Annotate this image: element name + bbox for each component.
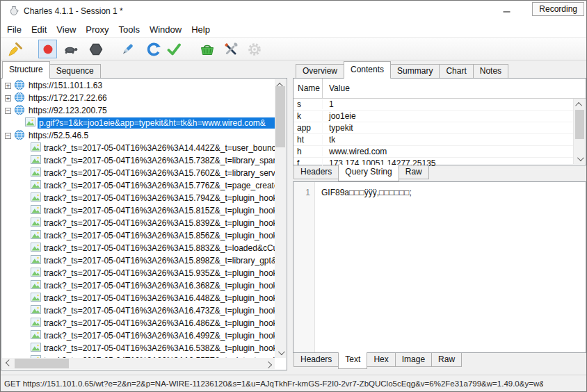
tree-host-row[interactable]: + https://151.101.1.63 <box>2 79 275 92</box>
body-tab-hex[interactable]: Hex <box>367 353 395 367</box>
throttle-button[interactable] <box>61 40 80 58</box>
query-tab-raw[interactable]: Raw <box>399 165 429 179</box>
tree-request-row[interactable]: track?_ts=2017-05-04T16%3A26%3A15.776Z&_… <box>2 179 275 192</box>
tree-request-row[interactable]: track?_ts=2017-05-04T16%3A26%3A15.839Z&_… <box>2 217 275 229</box>
tree-host-row[interactable]: − https://52.5.46.5 <box>2 129 275 142</box>
tab-chart[interactable]: Chart <box>439 64 473 78</box>
tree-host-row[interactable]: − https://92.123.200.75 <box>2 104 275 117</box>
scroll-left-button[interactable] <box>2 358 13 369</box>
image-icon <box>31 218 41 229</box>
validate-button[interactable] <box>164 40 183 58</box>
tree-request-row[interactable]: track?_ts=2017-05-04T16%3A26%3A15.760Z&_… <box>2 167 275 179</box>
body-tab-raw[interactable]: Raw <box>431 353 462 367</box>
scroll-down-button[interactable] <box>275 347 286 358</box>
table-row[interactable]: hwww.wired.com <box>294 146 574 158</box>
tree-request-row[interactable]: track?_ts=2017-05-04T16%3A26%3A15.815Z&_… <box>2 204 275 217</box>
tools-button[interactable] <box>221 40 240 58</box>
menu-help[interactable]: Help <box>186 23 215 36</box>
tree-item-label: track?_ts=2017-05-04T16%3A26%3A16.499Z&_… <box>44 331 275 341</box>
body-tab-headers[interactable]: Headers <box>294 353 339 367</box>
image-icon <box>31 305 41 314</box>
broom-icon <box>7 41 24 58</box>
collapse-icon[interactable]: − <box>5 108 11 114</box>
tree-request-row[interactable]: track?_ts=2017-05-04T16%3A26%3A15.738Z&_… <box>2 154 275 167</box>
menu-file[interactable]: File <box>2 23 26 36</box>
tree-item-label: track?_ts=2017-05-04T16%3A26%3A15.760Z&_… <box>44 168 275 178</box>
status-request-url: GET https://151.101.0.65/wt?e=2&n=2&p=NA… <box>4 375 543 392</box>
tree-request-row[interactable]: track?_ts=2017-05-04T16%3A26%3A16.368Z&_… <box>2 279 275 292</box>
basket-icon <box>199 41 216 58</box>
tree-request-row[interactable]: track?_ts=2017-05-04T16%3A26%3A15.794Z&_… <box>2 192 275 204</box>
param-value: tk <box>323 135 335 145</box>
expand-icon[interactable]: + <box>5 83 11 89</box>
clear-session-button[interactable] <box>6 40 24 58</box>
query-tab-query-string[interactable]: Query String <box>338 165 399 181</box>
expand-icon[interactable]: + <box>5 95 11 101</box>
query-tab-headers[interactable]: Headers <box>294 165 339 179</box>
tree-host-row[interactable]: + https://172.217.22.66 <box>2 92 275 104</box>
image-icon <box>31 330 41 339</box>
image-icon <box>31 205 41 216</box>
tree-request-row[interactable]: track?_ts=2017-05-04T16%3A26%3A15.935Z&_… <box>2 267 275 279</box>
tree-request-row[interactable]: track?_ts=2017-05-04T16%3A26%3A16.499Z&_… <box>2 329 275 342</box>
tree-request-row[interactable]: track?_ts=2017-05-04T16%3A26%3A15.898Z&_… <box>2 254 275 267</box>
tree-request-row[interactable]: track?_ts=2017-05-04T16%3A26%3A16.486Z&_… <box>2 317 275 329</box>
tree-vertical-scrollbar[interactable] <box>275 79 286 358</box>
repeat-button[interactable] <box>144 40 163 58</box>
menu-window[interactable]: Window <box>145 23 186 36</box>
tab-contents[interactable]: Contents <box>344 61 391 79</box>
tree-horizontal-scrollbar[interactable] <box>2 358 275 369</box>
image-icon <box>31 155 41 166</box>
shop-button[interactable] <box>198 40 216 58</box>
table-row[interactable]: httk <box>294 134 574 146</box>
body-tab-image[interactable]: Image <box>395 353 432 367</box>
settings-button[interactable] <box>245 40 264 58</box>
panel-splitter[interactable] <box>287 62 293 371</box>
tree-item-label: track?_ts=2017-05-04T16%3A26%3A16.473Z&_… <box>44 306 275 316</box>
param-value: 1 <box>323 99 334 109</box>
tree-request-row[interactable]: p.gif?s=1&k=joo1eie&app=typekit&ht=tk&h=… <box>2 117 275 129</box>
scroll-down-button[interactable] <box>574 153 585 164</box>
recording-badge[interactable]: Recording <box>532 2 584 16</box>
tree-item-label: track?_ts=2017-05-04T16%3A26%3A16.448Z&_… <box>44 293 275 303</box>
table-row[interactable]: kjoo1eie <box>294 111 574 122</box>
table-vertical-scrollbar[interactable] <box>573 99 585 164</box>
tree-request-row[interactable]: track?_ts=2017-05-04T16%3A26%3A15.856Z&_… <box>2 229 275 242</box>
menu-proxy[interactable]: Proxy <box>81 23 113 36</box>
tree-request-row[interactable]: track?_ts=2017-05-04T16%3A26%3A16.473Z&_… <box>2 304 275 317</box>
tab-structure[interactable]: Structure <box>2 61 50 79</box>
tree-request-row[interactable]: track?_ts=2017-05-04T16%3A26%3A16.448Z&_… <box>2 292 275 304</box>
collapse-icon[interactable]: − <box>5 133 11 139</box>
scrollbar-thumb[interactable] <box>575 110 584 139</box>
chevron-left-icon <box>5 359 12 366</box>
scrollbar-thumb[interactable] <box>15 359 69 368</box>
menu-view[interactable]: View <box>51 23 81 36</box>
tab-overview[interactable]: Overview <box>296 64 344 78</box>
tree-item-label: p.gif?s=1&k=joo1eie&app=typekit&ht=tk&h=… <box>38 117 275 129</box>
scrollbar-thumb[interactable] <box>275 86 285 147</box>
record-button[interactable] <box>38 40 57 58</box>
tab-sequence[interactable]: Sequence <box>49 64 101 78</box>
scroll-up-button[interactable] <box>574 99 585 110</box>
column-header-value[interactable]: Value <box>323 83 350 93</box>
column-header-name[interactable]: Name <box>294 79 323 98</box>
globe-icon <box>14 104 25 117</box>
compose-button[interactable] <box>118 40 136 58</box>
minimize-button[interactable] <box>490 1 522 22</box>
tab-notes[interactable]: Notes <box>473 64 508 78</box>
tree-request-row[interactable]: track?_ts=2017-05-04T16%3A26%3A16.538Z&_… <box>2 342 275 354</box>
breakpoints-button[interactable] <box>86 40 105 58</box>
tree-item-label: track?_ts=2017-05-04T16%3A26%3A16.538Z&_… <box>44 343 275 353</box>
tree-request-row[interactable]: track?_ts=2017-05-04T16%3A26%3A15.883Z&_… <box>2 242 275 254</box>
turtle-icon <box>62 41 79 58</box>
scroll-right-button[interactable] <box>264 358 275 369</box>
body-tab-text[interactable]: Text <box>338 352 367 369</box>
table-row[interactable]: s1 <box>294 99 574 111</box>
window-title: Charles 4.1.1 - Session 1 * <box>24 6 123 16</box>
chevron-up-icon <box>575 101 582 108</box>
menu-tools[interactable]: Tools <box>114 23 145 36</box>
menu-edit[interactable]: Edit <box>26 23 51 36</box>
table-row[interactable]: apptypekit <box>294 122 574 134</box>
tab-summary[interactable]: Summary <box>390 64 440 78</box>
tree-request-row[interactable]: track?_ts=2017-05-04T16%3A26%3A14.442Z&_… <box>2 142 275 154</box>
